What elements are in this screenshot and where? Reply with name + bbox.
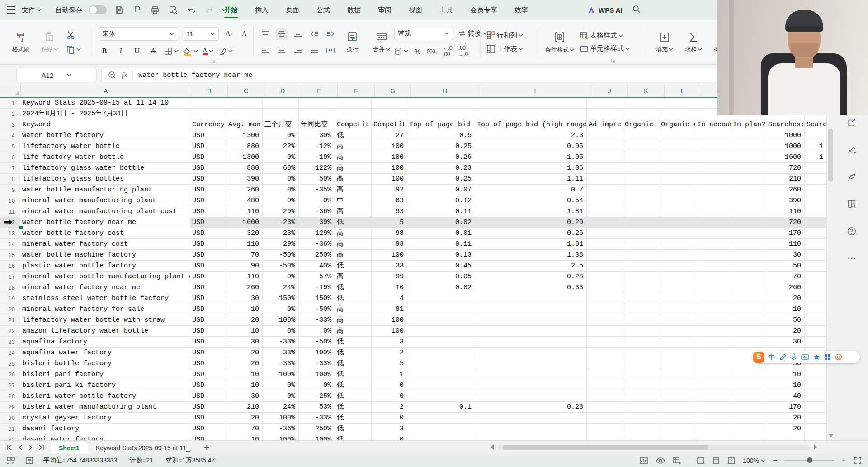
cell[interactable]: 50% — [299, 174, 335, 185]
cell[interactable] — [587, 195, 623, 206]
cell[interactable]: 低 — [335, 348, 372, 358]
cell[interactable] — [475, 304, 587, 315]
cell[interactable]: 320 — [226, 228, 263, 239]
cell[interactable] — [659, 391, 695, 402]
cell[interactable] — [475, 326, 587, 337]
cell[interactable] — [623, 250, 659, 261]
wps-ai-button[interactable]: WPS AI — [587, 0, 623, 20]
cell[interactable]: 高 — [335, 174, 372, 185]
cell[interactable]: 260 — [226, 282, 263, 293]
table-style-button[interactable]: 表格样式 — [580, 31, 630, 40]
cell[interactable] — [407, 348, 475, 358]
pivot-status-icon[interactable] — [673, 457, 682, 465]
cell[interactable]: bisleri pani ki factory — [20, 380, 190, 391]
cell[interactable] — [407, 109, 475, 119]
cell[interactable] — [587, 141, 623, 152]
cell[interactable]: 1.81 — [475, 206, 587, 217]
cell[interactable]: 30 — [226, 391, 263, 402]
cell[interactable]: 30 — [766, 250, 805, 261]
cell[interactable]: water bottle factory cost — [20, 228, 190, 239]
cell[interactable]: water bottle factory near me — [20, 217, 190, 228]
cell[interactable] — [587, 185, 623, 195]
cell[interactable] — [695, 391, 731, 402]
row-header[interactable]: 10 — [0, 195, 20, 206]
cell[interactable]: 低 — [335, 358, 372, 369]
cell[interactable] — [695, 130, 731, 141]
cell[interactable] — [299, 98, 335, 109]
cell[interactable] — [805, 337, 826, 348]
cell[interactable]: 99 — [372, 272, 407, 282]
research-book-icon[interactable] — [847, 199, 857, 209]
cell[interactable] — [805, 380, 826, 391]
cell[interactable]: 100% — [299, 434, 335, 440]
cell[interactable]: 110 — [226, 239, 263, 250]
cell[interactable] — [623, 261, 659, 272]
zoom-slider[interactable] — [784, 460, 834, 461]
cell[interactable] — [695, 369, 731, 380]
cell[interactable]: 0.07 — [407, 185, 475, 195]
cell[interactable]: 低 — [335, 369, 372, 380]
print-preview-button[interactable] — [167, 4, 179, 16]
cell[interactable]: 高 — [335, 315, 372, 326]
cell[interactable]: 2.5 — [475, 261, 587, 272]
cell[interactable] — [731, 272, 766, 282]
cell[interactable]: 2 — [372, 348, 407, 358]
row-header[interactable]: 19 — [0, 293, 20, 304]
cell[interactable] — [407, 424, 475, 434]
cell[interactable] — [659, 163, 695, 174]
cell[interactable] — [731, 304, 766, 315]
cell[interactable] — [587, 228, 623, 239]
cell[interactable]: 250% — [299, 424, 335, 434]
cell[interactable]: -36% — [299, 239, 335, 250]
row-header[interactable]: 32 — [0, 434, 20, 440]
ime-logo-icon[interactable]: S — [753, 352, 764, 363]
italic-button[interactable]: I — [115, 45, 127, 57]
cell[interactable]: USD — [190, 293, 226, 304]
cell[interactable] — [659, 141, 695, 152]
ime-mic-icon[interactable] — [791, 353, 797, 361]
cell[interactable]: 24% — [263, 402, 299, 413]
cell[interactable] — [407, 380, 475, 391]
cell[interactable]: -12% — [299, 141, 335, 152]
cell[interactable]: 0.01 — [407, 228, 475, 239]
cell[interactable]: 低 — [335, 413, 372, 424]
cell[interactable] — [623, 348, 659, 358]
cell[interactable] — [587, 348, 623, 358]
cell-mode-icon[interactable] — [6, 457, 15, 465]
cell[interactable] — [695, 380, 731, 391]
cell[interactable]: 高 — [335, 304, 372, 315]
cell[interactable]: USD — [190, 304, 226, 315]
cell[interactable]: lifefactory water bottle — [20, 141, 190, 152]
cell[interactable]: 10 — [226, 326, 263, 337]
print-button[interactable] — [149, 4, 161, 16]
cell[interactable]: 低 — [335, 282, 372, 293]
cell[interactable]: mineral water factory for sale — [20, 304, 190, 315]
cell[interactable]: 0.29 — [475, 217, 587, 228]
menu-tab[interactable]: 公式 — [316, 0, 330, 20]
cell[interactable]: water bottle manufacturing plant — [20, 185, 190, 195]
row-header[interactable]: 18 — [0, 282, 20, 293]
cell[interactable] — [659, 250, 695, 261]
cell[interactable]: 100 — [372, 163, 407, 174]
export-pdf-icon[interactable] — [131, 4, 143, 16]
zoom-level[interactable]: 100% — [743, 457, 765, 464]
cell[interactable]: 0% — [263, 326, 299, 337]
cell[interactable]: 10 — [226, 304, 263, 315]
file-menu[interactable]: 文件 — [22, 6, 42, 14]
cell[interactable] — [659, 109, 695, 119]
cell[interactable] — [407, 98, 475, 109]
cell[interactable]: 0% — [299, 195, 335, 206]
align-bottom-icon[interactable] — [292, 28, 304, 40]
fill-color-button[interactable] — [183, 47, 198, 56]
cell[interactable]: -19% — [299, 282, 335, 293]
cell[interactable] — [190, 109, 226, 119]
cell[interactable] — [263, 98, 299, 109]
underline-button[interactable]: U — [131, 45, 143, 57]
menu-tab[interactable]: 视图 — [409, 0, 422, 20]
cell[interactable] — [805, 402, 826, 413]
cell[interactable] — [695, 239, 731, 250]
cell[interactable]: 高 — [335, 272, 372, 282]
align-top-icon[interactable] — [259, 28, 271, 40]
text-orientation-icon[interactable] — [325, 44, 336, 56]
cell[interactable]: 0.7 — [475, 185, 587, 195]
